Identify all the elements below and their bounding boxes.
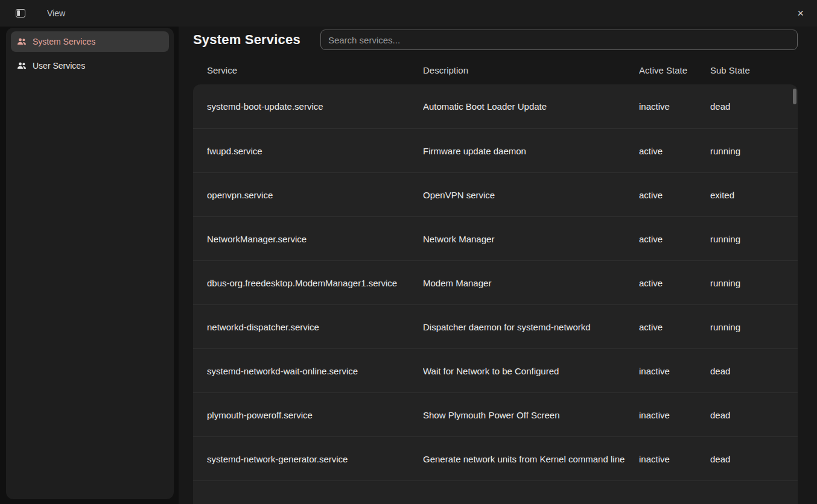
main-header: System Services: [179, 27, 817, 55]
sub-state-cell: running: [710, 322, 798, 332]
active-state-cell: active: [639, 278, 710, 288]
description-cell: Firmware update daemon: [423, 146, 639, 156]
users-icon: [17, 61, 27, 71]
sub-state-cell: exited: [710, 190, 798, 200]
table-row-partial: [193, 480, 798, 504]
description-cell: Dispatcher daemon for systemd-networkd: [423, 322, 639, 332]
service-name-cell: plymouth-poweroff.service: [207, 410, 423, 420]
sub-state-cell: dead: [710, 454, 798, 464]
table-header: Service Description Active State Sub Sta…: [193, 55, 798, 84]
scrollbar-thumb[interactable]: [793, 89, 796, 104]
active-state-cell: inactive: [639, 366, 710, 376]
main-content: System Services Service Description Acti…: [179, 27, 817, 504]
sub-state-cell: running: [710, 234, 798, 244]
titlebar: View ×: [0, 0, 817, 27]
page-title: System Services: [193, 32, 300, 48]
active-state-cell: inactive: [639, 410, 710, 420]
service-name-cell: networkd-dispatcher.service: [207, 322, 423, 332]
table-row[interactable]: openvpn.service OpenVPN service active e…: [193, 172, 798, 216]
sidebar-toggle-button[interactable]: [13, 7, 28, 20]
description-cell: OpenVPN service: [423, 190, 639, 200]
table-body: systemd-boot-update.service Automatic Bo…: [193, 84, 798, 480]
services-table: systemd-boot-update.service Automatic Bo…: [193, 84, 798, 504]
table-row[interactable]: networkd-dispatcher.service Dispatcher d…: [193, 304, 798, 348]
sub-state-cell: dead: [710, 410, 798, 420]
service-name-cell: dbus-org.freedesktop.ModemManager1.servi…: [207, 278, 423, 288]
sidebar: System Services User Services: [6, 28, 174, 499]
active-state-cell: active: [639, 146, 710, 156]
description-cell: Show Plymouth Power Off Screen: [423, 410, 639, 420]
sidebar-item-system-services[interactable]: System Services: [11, 31, 169, 52]
table-row[interactable]: systemd-network-generator.service Genera…: [193, 436, 798, 480]
table-row[interactable]: fwupd.service Firmware update daemon act…: [193, 128, 798, 172]
description-cell: Automatic Boot Loader Update: [423, 101, 639, 112]
active-state-cell: inactive: [639, 454, 710, 464]
service-name-cell: fwupd.service: [207, 146, 423, 156]
column-header-description: Description: [423, 65, 639, 75]
active-state-cell: inactive: [639, 101, 710, 112]
users-icon: [17, 37, 27, 46]
service-name-cell: systemd-boot-update.service: [207, 101, 423, 112]
service-name-cell: systemd-networkd-wait-online.service: [207, 366, 423, 376]
close-icon: ×: [797, 7, 804, 19]
active-state-cell: active: [639, 322, 710, 332]
description-cell: Network Manager: [423, 234, 639, 244]
sidebar-item-label: System Services: [33, 37, 95, 46]
search-input[interactable]: [320, 30, 798, 50]
sidebar-toggle-icon: [16, 9, 25, 17]
column-header-service: Service: [207, 65, 423, 75]
service-name-cell: systemd-network-generator.service: [207, 454, 423, 464]
close-button[interactable]: ×: [793, 5, 807, 21]
column-header-active-state: Active State: [639, 65, 710, 75]
column-header-sub-state: Sub State: [710, 65, 798, 75]
description-cell: Generate network units from Kernel comma…: [423, 454, 639, 464]
view-menu-button[interactable]: View: [41, 5, 71, 22]
sub-state-cell: dead: [710, 101, 798, 112]
table-row[interactable]: plymouth-poweroff.service Show Plymouth …: [193, 392, 798, 436]
table-row[interactable]: dbus-org.freedesktop.ModemManager1.servi…: [193, 260, 798, 304]
service-name-cell: NetworkManager.service: [207, 234, 423, 244]
active-state-cell: active: [639, 234, 710, 244]
table-row[interactable]: systemd-boot-update.service Automatic Bo…: [193, 84, 798, 128]
table-row[interactable]: NetworkManager.service Network Manager a…: [193, 216, 798, 260]
service-name-cell: openvpn.service: [207, 190, 423, 200]
description-cell: Wait for Network to be Configured: [423, 366, 639, 376]
active-state-cell: active: [639, 190, 710, 200]
sub-state-cell: running: [710, 278, 798, 288]
table-row[interactable]: systemd-networkd-wait-online.service Wai…: [193, 348, 798, 392]
sidebar-item-user-services[interactable]: User Services: [11, 55, 169, 76]
sub-state-cell: dead: [710, 366, 798, 376]
sub-state-cell: running: [710, 146, 798, 156]
description-cell: Modem Manager: [423, 278, 639, 288]
sidebar-item-label: User Services: [33, 61, 85, 71]
